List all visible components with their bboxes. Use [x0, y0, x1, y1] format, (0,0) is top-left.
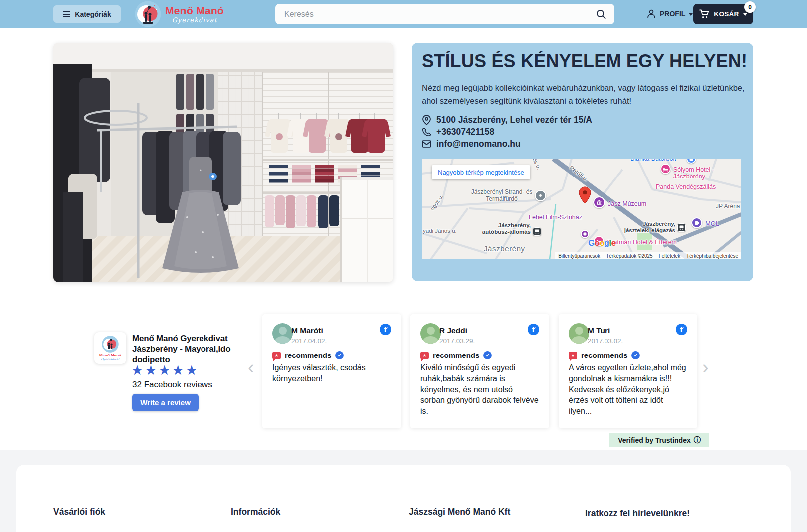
map-label: Blanka Bútorbolt: [630, 159, 676, 162]
cart-label: KOSÁR: [714, 10, 739, 18]
categories-button[interactable]: Kategóriák: [53, 5, 121, 23]
review-card: M Maróti 2017.04.02. f ★ recommends ✓ Ig…: [262, 314, 401, 428]
review-text: A város egyetlen üzlete,ahol még gondoln…: [569, 362, 687, 417]
map-label: Jászberény, jászteleki elágazás: [620, 221, 675, 234]
categories-label: Kategóriák: [75, 10, 111, 18]
store-photo: [53, 43, 393, 282]
map-label: Sólyom Hotel - Jászberény: [673, 166, 726, 180]
facebook-icon[interactable]: f: [528, 324, 539, 335]
attraction-map-icon: [535, 190, 546, 201]
location-pin-icon: [422, 115, 431, 125]
bus-stop-map-icon: [677, 223, 686, 232]
hero-title: STÍLUS ÉS KÉNYELEM EGY HELYEN!: [422, 51, 747, 72]
embedded-google-map[interactable]: Blanka Bútorbolt Sólyom Hotel - Jászberé…: [422, 159, 741, 259]
footer-heading-company: Jászsági Menő Manó Kft: [409, 507, 510, 517]
recommend-ribbon-icon: ★: [569, 352, 577, 359]
terms-link[interactable]: Feltételek: [659, 253, 680, 259]
map-data-text: Térképadatok ©2025: [606, 253, 653, 259]
email-text: info@menomano.hu: [436, 139, 521, 149]
bus-station-map-icon: [533, 227, 541, 236]
phone-row[interactable]: +36307421158: [422, 127, 494, 137]
reviewer-avatar: [569, 323, 589, 344]
phone-icon: [422, 127, 431, 137]
reviewer-name: M Maróti: [291, 326, 323, 335]
reviewer-avatar: [420, 323, 441, 344]
brand-name: Menő Manó: [99, 353, 121, 357]
chevron-down-icon: [689, 13, 693, 16]
brand-tagline: Gyerekdivat: [165, 16, 224, 24]
recommends-row: ★ recommends ✓: [420, 351, 492, 359]
report-map-error-link[interactable]: Térképhiba bejelentése: [686, 253, 738, 259]
verified-check-icon: ✓: [335, 351, 344, 359]
facebook-icon[interactable]: f: [676, 324, 687, 335]
search-input[interactable]: [275, 10, 596, 19]
map-label: Szatmári Hotel & Étterem: [606, 239, 677, 246]
reviewer-name: M Turi: [588, 326, 610, 335]
review-date: 2017.04.02.: [291, 337, 327, 345]
map-label: Lehel Film-Színház: [529, 214, 582, 221]
profile-label: PROFIL: [660, 10, 685, 18]
chevron-down-icon: [743, 13, 747, 16]
map-marker-pin[interactable]: [579, 186, 591, 206]
recommends-label: recommends: [285, 351, 331, 359]
google-logo[interactable]: Google: [588, 238, 616, 248]
footer-panel: [16, 465, 791, 532]
hero-description: Nézd meg legújabb kollekcióinkat webáruh…: [422, 82, 745, 107]
review-business-name: Menő Manó Gyerekdivat Jászberény - Mayor…: [132, 333, 238, 365]
map-label: Jászberény: [484, 244, 525, 253]
review-card: M Turi 2017.03.02. f ★ recommends ✓ A vá…: [559, 314, 697, 428]
search-icon[interactable]: [596, 9, 606, 20]
carousel-prev-arrow[interactable]: ‹: [248, 358, 254, 377]
review-card: R Jeddi 2017.03.29. f ★ recommends ✓ Kiv…: [410, 314, 549, 428]
verified-check-icon: ✓: [483, 351, 492, 359]
brand-logo-icon: [135, 1, 161, 27]
review-text: Kiváló minőségű és egyedi ruhák,babák sz…: [420, 362, 539, 417]
phone-text: +36307421158: [436, 127, 494, 137]
footer-heading-information: Információk: [231, 507, 280, 517]
hotel-map-icon: [660, 164, 671, 174]
store-info-panel: STÍLUS ÉS KÉNYELEM EGY HELYEN! Nézd meg …: [412, 43, 753, 281]
reviewer-avatar: [272, 323, 293, 344]
review-business-logo: Menő Manó Gyerekdivat: [94, 332, 126, 364]
address-row: 5100 Jászberény, Lehel vezér tér 15/A: [422, 115, 592, 125]
map-label: yadi János u.: [423, 228, 457, 234]
brand-name: Menő Manó: [165, 5, 224, 17]
map-attribution-bar: Billentyűparancsok Térképadatok ©2025 Fe…: [555, 252, 741, 259]
review-date: 2017.03.02.: [588, 337, 623, 345]
verified-check-icon: ✓: [631, 351, 640, 359]
write-review-button[interactable]: Write a review: [132, 394, 199, 411]
recommends-label: recommends: [433, 351, 479, 359]
recommends-label: recommends: [581, 351, 627, 359]
star-rating: ★★★★★: [131, 362, 199, 378]
top-navigation-bar: Kategóriák Menő Manó Gyerekdivat: [0, 0, 807, 28]
keyboard-shortcuts-link[interactable]: Billentyűparancsok: [558, 253, 600, 259]
brand-wordmark: Menő Manó Gyerekdivat: [165, 5, 224, 24]
person-icon: [646, 9, 656, 19]
review-date: 2017.03.29.: [439, 337, 475, 345]
cart-icon: [699, 9, 710, 19]
map-label: Jászberényi Strand- és Termálfürdő: [470, 189, 534, 203]
trustindex-verified-badge[interactable]: Verified by Trustindex ⓘ: [609, 433, 709, 447]
envelope-icon: [422, 140, 431, 148]
review-count: 32 Facebook reviews: [132, 380, 212, 390]
cinema-map-icon: [581, 230, 589, 238]
map-label: MOL: [705, 220, 719, 228]
map-label: JP Aréna: [716, 203, 740, 210]
recommends-row: ★ recommends ✓: [272, 351, 344, 359]
map-label: Panda Vendégszállás: [656, 183, 716, 190]
carousel-next-arrow[interactable]: ›: [702, 358, 709, 377]
search-bar: [275, 4, 614, 24]
reviewer-name: R Jeddi: [439, 326, 467, 335]
view-larger-map-link[interactable]: Nagyobb térkép megtekintése: [432, 165, 530, 179]
profile-menu[interactable]: PROFIL: [646, 7, 693, 21]
cart-count-badge: 0: [744, 1, 756, 13]
brand-logo[interactable]: Menő Manó Gyerekdivat: [135, 1, 224, 27]
email-row[interactable]: info@menomano.hu: [422, 139, 521, 149]
facebook-icon[interactable]: f: [380, 324, 391, 335]
museum-map-icon: [593, 196, 605, 208]
verified-label: Verified by Trustindex: [618, 436, 691, 444]
map-label: Jász Múzeum: [608, 200, 646, 207]
address-text: 5100 Jászberény, Lehel vezér tér 15/A: [436, 115, 592, 125]
fuel-station-map-icon: [691, 217, 702, 228]
footer-heading-newsletter: Iratkozz fel hírlevelünkre!: [585, 508, 690, 519]
